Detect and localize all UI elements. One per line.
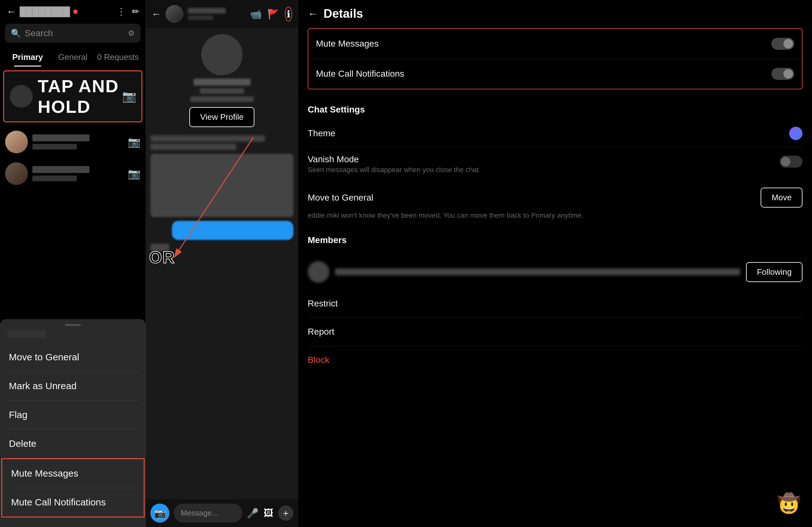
chat-preview-1 — [32, 144, 77, 150]
chat-avatar-1 — [5, 131, 28, 153]
message-input[interactable]: Message... — [174, 503, 242, 523]
move-section: Move to General Move — [308, 181, 802, 210]
vanish-mode-desc: Seen messages will disappear when you cl… — [308, 164, 479, 181]
menu-icon[interactable]: ⋮ — [117, 6, 126, 17]
or-label: OR — [149, 248, 175, 267]
search-icon: 🔍 — [11, 29, 21, 38]
message-input-bar: 📷 Message... 🎤 🖼 ＋ — [146, 499, 298, 527]
add-button[interactable]: ＋ — [278, 506, 293, 521]
tab-requests[interactable]: 0 Requests — [96, 48, 141, 66]
chat-settings-title: Chat Settings — [308, 97, 802, 120]
profile-sub2-blurred — [190, 96, 254, 102]
profile-info — [190, 79, 254, 102]
tap-hold-avatar — [10, 85, 33, 108]
camera-icon-list-2[interactable]: 📷 — [128, 168, 141, 180]
chat-item-1[interactable]: 📷 — [0, 126, 146, 158]
flag-icon[interactable]: 🚩 — [267, 9, 279, 20]
vanish-mode-toggle[interactable] — [780, 155, 802, 168]
context-mark-unread[interactable]: Mark as Unread — [0, 372, 146, 400]
chat-name-2 — [32, 166, 89, 173]
vanish-mode-label: Vanish Mode — [308, 154, 479, 164]
mute-messages-toggle[interactable] — [771, 38, 794, 50]
member-row-1: Following — [308, 257, 802, 286]
theme-circle[interactable] — [789, 127, 802, 140]
compose-icon[interactable]: ✏ — [132, 6, 139, 17]
members-title: Members — [308, 227, 802, 250]
image-icon[interactable]: 🖼 — [264, 508, 273, 518]
camera-icon[interactable]: 📷 — [122, 90, 136, 103]
details-back-button[interactable]: ← — [308, 8, 318, 20]
chat-preview-2 — [32, 176, 77, 181]
camera-icon-list-1[interactable]: 📷 — [128, 136, 141, 148]
theme-row: Theme — [308, 120, 802, 147]
tap-hold-label: TAP AND HOLD — [38, 76, 136, 117]
context-delete[interactable]: Delete — [0, 430, 146, 458]
left-header: ← ████████ ⋮ ✏ — [0, 0, 146, 20]
bottom-sheet-handle — [65, 324, 81, 326]
header-username: ████████ — [20, 7, 70, 17]
tap-hold-item[interactable]: TAP AND HOLD 📷 — [3, 70, 142, 122]
search-input[interactable]: Search — [25, 28, 124, 38]
chat-avatar-2 — [5, 162, 28, 185]
info-icon[interactable]: ℹ — [285, 7, 292, 21]
tabs-row: Primary General 0 Requests — [0, 46, 146, 66]
msg-blurred-2 — [150, 144, 236, 150]
filter-icon[interactable]: ⚙ — [128, 29, 135, 38]
vanish-mode-section: Vanish Mode Seen messages will disappear… — [308, 147, 802, 181]
middle-panel: ← 📹 🚩 ℹ View Profile — [146, 0, 298, 527]
mute-messages-label: Mute Messages — [316, 39, 379, 49]
mute-messages-row: Mute Messages — [308, 29, 802, 59]
following-button[interactable]: Following — [746, 262, 802, 282]
chat-messages — [150, 135, 293, 251]
tab-general[interactable]: General — [50, 48, 95, 66]
restrict-row[interactable]: Restrict — [308, 290, 802, 318]
context-mute-messages[interactable]: Mute Messages — [2, 459, 144, 488]
members-section: Following — [308, 250, 802, 290]
bottom-sheet: Move to General Mark as Unread Flag Dele… — [0, 319, 146, 527]
chat-info-2 — [32, 166, 124, 181]
msg-blurred-1 — [150, 135, 265, 142]
mute-section-right: Mute Messages Mute Call Notifications — [308, 28, 802, 89]
profile-name-blurred — [193, 79, 250, 86]
move-button[interactable]: Move — [760, 187, 802, 208]
msg-bubble-blue — [172, 221, 293, 240]
right-panel: ← Details Mute Messages Mute Call Notifi… — [298, 0, 812, 527]
view-profile-button[interactable]: View Profile — [189, 107, 255, 127]
theme-label: Theme — [308, 129, 335, 138]
chat-item-2[interactable]: 📷 — [0, 158, 146, 190]
move-hint: eddie.miki won't know they've been moved… — [308, 210, 802, 227]
details-title: Details — [323, 7, 363, 20]
context-move-general[interactable]: Move to General — [0, 343, 146, 372]
video-call-icon[interactable]: 📹 — [250, 9, 262, 20]
report-row[interactable]: Report — [308, 318, 802, 346]
move-label: Move to General — [308, 193, 373, 203]
left-back-button[interactable]: ← — [6, 6, 16, 17]
camera-button[interactable]: 📷 — [150, 503, 169, 523]
mic-icon[interactable]: 🎤 — [247, 508, 259, 519]
mute-calls-row: Mute Call Notifications — [308, 59, 802, 89]
online-indicator — [73, 10, 78, 14]
member-avatar-1 — [308, 261, 329, 283]
context-mute-calls[interactable]: Mute Call Notifications — [2, 488, 144, 516]
bottom-sheet-username — [8, 330, 46, 338]
member-name-1 — [335, 268, 740, 275]
msg-image-blurred — [150, 154, 293, 217]
search-bar[interactable]: 🔍 Search ⚙ — [5, 24, 141, 43]
mascot: 🤠 — [777, 492, 802, 517]
chat-name-1 — [32, 134, 89, 141]
tab-primary[interactable]: Primary — [5, 48, 50, 66]
mute-calls-toggle[interactable] — [771, 68, 794, 80]
profile-section: View Profile — [189, 34, 255, 127]
profile-big-avatar — [201, 34, 243, 75]
context-flag[interactable]: Flag — [0, 401, 146, 429]
chat-info-1 — [32, 134, 124, 150]
middle-back-button[interactable]: ← — [151, 9, 161, 19]
header-icons: ⋮ ✏ — [117, 6, 139, 17]
details-header: ← Details — [308, 0, 802, 28]
profile-sub-blurred — [200, 88, 244, 94]
middle-avatar — [165, 5, 183, 23]
mute-calls-label: Mute Call Notifications — [316, 69, 404, 79]
block-row[interactable]: Block — [308, 346, 802, 374]
middle-header: ← 📹 🚩 ℹ — [146, 0, 298, 28]
